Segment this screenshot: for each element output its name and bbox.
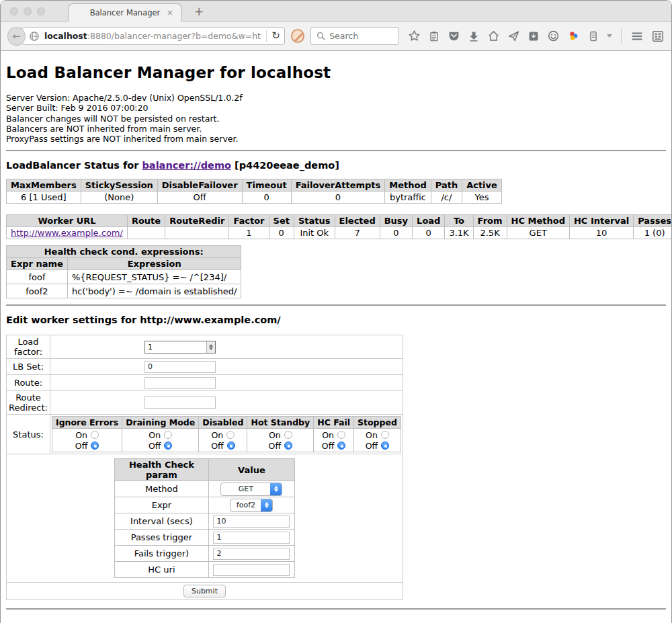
hc-expr-select[interactable]: foof2 [230,499,273,512]
form-row-route-redirect: Route Redirect: [7,391,403,415]
screenshot-icon[interactable] [528,30,540,42]
hc-header-row: Health Check param Value [114,459,294,481]
radio-off[interactable] [381,442,389,450]
hc-row-method: Method GET [114,481,294,497]
radio-off[interactable] [164,442,172,450]
forum-icon[interactable] [547,30,560,42]
hc-method-select[interactable]: GET [220,483,282,496]
cell-expression: hc('body') =~ /domain is established/ [67,284,241,298]
route-redirect-input[interactable] [144,397,216,409]
col-hc-param: Health Check param [114,459,208,481]
edit-worker-form: Load factor: LB Set: Route: Route Redire… [6,335,403,600]
radio-off-label: Off [366,441,378,451]
route-label: Route: [7,375,50,391]
col-stopped: Stopped [354,417,401,429]
server-built: Server Built: Feb 9 2016 07:00:20 [6,103,671,113]
tab-balancer-manager[interactable]: Balancer Manager × [68,3,182,22]
health-check-expressions-table: Health check cond. expressions: Expr nam… [6,245,241,298]
radio-off-label: Off [322,441,334,451]
pocket-icon[interactable] [448,30,460,42]
cell-set: 0 [269,227,294,239]
search-icon [317,32,325,40]
form-row-lb-set: LB Set: [7,359,403,375]
heading-prefix: LoadBalancer Status for [6,160,142,171]
number-spinner[interactable] [206,341,215,353]
tab-close-icon[interactable]: × [167,8,173,17]
menu-icon[interactable] [630,30,644,43]
col-set: Set [269,215,294,227]
cell-worker-url: http://www.example.com/ [7,227,128,239]
zoom-window-button[interactable] [37,7,45,15]
chevron-down-icon[interactable] [607,34,612,40]
col-failoverattempts: FailoverAttempts [291,179,385,192]
hc-row-expr: Expr foof2 [114,497,294,513]
form-row-submit: Submit [7,583,403,600]
hc-fails-input[interactable] [213,548,290,560]
col-path: Path [431,179,462,192]
apps-grid-icon[interactable] [651,30,665,43]
col-hc-value: Value [208,459,294,481]
home-icon[interactable] [487,30,500,42]
submit-button[interactable]: Submit [183,585,226,597]
reading-list-icon[interactable] [428,30,440,42]
hc-method-selected-value: GET [221,485,270,493]
container-icon[interactable] [587,30,599,42]
hc-fails-label: Fails trigger) [114,546,208,562]
send-icon[interactable] [507,30,520,42]
radio-on-label: On [149,430,161,440]
search-bar[interactable] [310,27,399,45]
reload-icon[interactable]: ↻ [271,31,280,41]
tab-title: Balancer Manager [90,8,161,17]
url-bar[interactable]: localhost:8880/balancer-manager?b=demo&w… [22,27,285,45]
status-header-row: Ignore Errors Draining Mode Disabled Hot… [52,417,401,429]
back-button[interactable]: ← [7,27,26,46]
expr-table-title: Health check cond. expressions: [7,246,241,258]
notice-balancers: Balancers are NOT inherited from main se… [6,124,671,134]
balancer-link[interactable]: balancer://demo [142,160,231,171]
health-check-param-table: Health Check param Value Method GET [114,458,295,578]
radio-off[interactable] [91,442,99,450]
col-draining-mode: Draining Mode [122,417,199,429]
worker-url-link[interactable]: http://www.example.com/ [11,228,123,238]
hc-interval-input[interactable] [213,515,290,528]
col-elected: Elected [335,215,380,227]
col-hc-method: HC Method [507,215,569,227]
hc-row-passes: Passes trigger [114,530,294,546]
radio-off-label: Off [211,441,223,451]
radio-on[interactable] [164,431,172,439]
minimize-window-button[interactable] [24,7,32,15]
url-text[interactable]: localhost:8880/balancer-manager?b=demo&w… [44,31,261,41]
route-input[interactable] [144,377,216,389]
bookmark-star-icon[interactable] [408,30,421,42]
col-stickysession: StickySession [81,179,157,192]
radio-off[interactable] [337,442,345,450]
lb-set-input[interactable] [144,361,216,373]
hc-passes-input[interactable] [213,532,290,544]
radio-on[interactable] [381,431,389,439]
radio-off-label: Off [149,441,161,451]
radio-on[interactable] [226,431,235,439]
radio-on[interactable] [91,431,99,439]
cell-hc-method: GET [507,227,569,239]
radio-on[interactable] [337,431,345,439]
load-factor-input[interactable] [145,341,206,353]
radio-off[interactable] [284,442,292,450]
new-tab-button[interactable]: + [194,5,204,18]
radio-off[interactable] [227,442,235,450]
cell-factor: 1 [229,227,269,239]
radio-off-label: Off [269,441,281,451]
close-window-button[interactable] [10,7,18,15]
urlbar-divider [266,30,267,42]
hc-uri-input[interactable] [213,564,290,576]
table-header-row: Worker URL Route RouteRedir Factor Set S… [7,215,672,227]
col-status: Status [294,215,335,227]
content-blocked-icon[interactable] [291,29,304,43]
download-icon[interactable] [468,30,480,42]
load-factor-field[interactable] [144,341,216,354]
hc-interval-label: Interval (secs) [114,513,208,530]
colorways-icon[interactable] [567,30,580,42]
search-input[interactable] [329,31,390,41]
balancer-status-table: MaxMembers StickySession DisableFailover… [6,179,502,204]
hc-expr-selected-value: foof2 [230,501,261,509]
radio-on[interactable] [284,431,292,439]
